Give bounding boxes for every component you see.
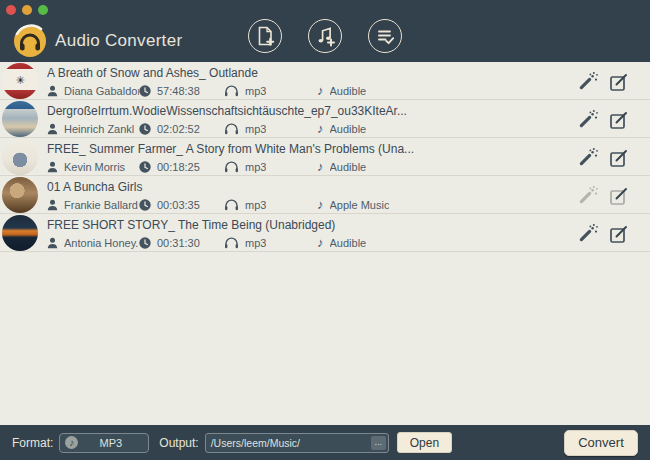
track-info: 01 A Buncha Girls Frankie Ballard 00:03:… (38, 176, 578, 213)
effects-wand-icon-disabled (578, 185, 598, 205)
music-note-plus-icon (314, 25, 336, 47)
person-icon (47, 85, 58, 97)
track-info: DergroßeIrrtum.WodieWissenschaftsichtäus… (38, 100, 578, 137)
edit-icon[interactable] (608, 185, 628, 205)
format-selector[interactable]: ♪ MP3 (59, 433, 149, 453)
clock-icon (139, 85, 151, 97)
track-duration: 00:31:30 (157, 237, 200, 249)
track-title: 01 A Buncha Girls (47, 180, 578, 194)
track-author: Kevin Morris (64, 161, 125, 173)
track-duration: 02:02:52 (157, 123, 200, 135)
person-icon (47, 237, 58, 249)
footer-bar: Format: ♪ MP3 Output: /Users/leem/Music/… (0, 425, 650, 460)
headphones-icon (224, 84, 239, 97)
edit-icon[interactable] (608, 109, 628, 129)
window-controls (6, 5, 48, 15)
track-meta: Frankie Ballard 00:03:35 mp3 ♪Apple Musi… (47, 198, 578, 211)
track-format: mp3 (245, 237, 266, 249)
format-label: Format: (12, 436, 53, 450)
row-actions (578, 62, 650, 99)
track-title: FREE_ Summer Farmer_ A Story from White … (47, 142, 578, 156)
cover-art (2, 139, 38, 175)
track-info: A Breath of Snow and Ashes_ Outlande Dia… (38, 62, 578, 99)
track-source: Audible (330, 123, 367, 135)
format-value: MP3 (78, 437, 143, 449)
row-actions (578, 214, 650, 251)
track-duration: 00:03:35 (157, 199, 200, 211)
effects-wand-icon[interactable] (578, 71, 598, 91)
header-toolbar (248, 19, 402, 53)
track-meta: Heinrich Zankl 02:02:52 mp3 ♪Audible (47, 122, 578, 135)
list-check-icon (374, 25, 396, 47)
track-meta: Antonia Honey... 00:31:30 mp3 ♪Audible (47, 236, 578, 249)
music-note-icon: ♪ (317, 238, 324, 248)
track-row[interactable]: DergroßeIrrtum.WodieWissenschaftsichtäus… (0, 100, 650, 138)
zoom-window-button[interactable] (38, 5, 48, 15)
track-row[interactable]: A Breath of Snow and Ashes_ Outlande Dia… (0, 62, 650, 100)
track-row[interactable]: 01 A Buncha Girls Frankie Ballard 00:03:… (0, 176, 650, 214)
browse-ellipsis-button[interactable]: ... (371, 436, 386, 450)
add-itunes-music-button[interactable] (308, 19, 342, 53)
track-source: Apple Music (330, 199, 390, 211)
track-list: A Breath of Snow and Ashes_ Outlande Dia… (0, 62, 650, 425)
track-author: Diana Gabaldon (64, 85, 139, 97)
music-note-icon: ♪ (317, 162, 324, 172)
track-format: mp3 (245, 161, 266, 173)
add-file-button[interactable] (248, 19, 282, 53)
headphones-icon (224, 122, 239, 135)
minimize-window-button[interactable] (22, 5, 32, 15)
edit-icon[interactable] (608, 71, 628, 91)
document-plus-icon (254, 25, 276, 47)
music-note-icon: ♪ (317, 86, 324, 96)
open-button[interactable]: Open (397, 432, 452, 453)
track-format: mp3 (245, 199, 266, 211)
headphones-icon (224, 236, 239, 249)
effects-wand-icon[interactable] (578, 147, 598, 167)
clock-icon (139, 161, 151, 173)
track-title: FREE SHORT STORY_ The Time Being (Unabri… (47, 218, 578, 232)
convert-button[interactable]: Convert (564, 430, 638, 456)
track-format: mp3 (245, 123, 266, 135)
effects-wand-icon[interactable] (578, 109, 598, 129)
cover-art (2, 101, 38, 137)
track-duration: 57:48:38 (157, 85, 200, 97)
disc-note-icon: ♪ (65, 436, 78, 449)
music-note-icon: ♪ (317, 124, 324, 134)
headphones-icon (224, 198, 239, 211)
row-actions (578, 176, 650, 213)
track-format: mp3 (245, 85, 266, 97)
clock-icon (139, 199, 151, 211)
track-meta: Diana Gabaldon 57:48:38 mp3 ♪Audible (47, 84, 578, 97)
track-source: Audible (330, 161, 367, 173)
clock-icon (139, 237, 151, 249)
cover-art (2, 215, 38, 251)
output-path-field[interactable]: /Users/leem/Music/ ... (205, 433, 389, 453)
track-title: DergroßeIrrtum.WodieWissenschaftsichtäus… (47, 104, 578, 118)
output-path-value: /Users/leem/Music/ (211, 437, 300, 449)
track-row[interactable]: FREE SHORT STORY_ The Time Being (Unabri… (0, 214, 650, 252)
close-window-button[interactable] (6, 5, 16, 15)
track-author: Frankie Ballard (64, 199, 138, 211)
edit-icon[interactable] (608, 147, 628, 167)
cover-art (2, 63, 38, 99)
track-source: Audible (330, 237, 367, 249)
music-note-icon: ♪ (317, 200, 324, 210)
edit-icon[interactable] (608, 223, 628, 243)
header-bar: Audio Converter (0, 0, 650, 62)
headphones-icon (224, 160, 239, 173)
track-duration: 00:18:25 (157, 161, 200, 173)
track-info: FREE SHORT STORY_ The Time Being (Unabri… (38, 214, 578, 251)
track-title: A Breath of Snow and Ashes_ Outlande (47, 66, 578, 80)
app-title: Audio Converter (55, 31, 182, 51)
task-list-button[interactable] (368, 19, 402, 53)
track-row[interactable]: FREE_ Summer Farmer_ A Story from White … (0, 138, 650, 176)
row-actions (578, 138, 650, 175)
person-icon (47, 123, 58, 135)
audio-converter-window: Audio Converter (0, 0, 650, 460)
effects-wand-icon[interactable] (578, 223, 598, 243)
track-author: Heinrich Zankl (64, 123, 134, 135)
person-icon (47, 199, 58, 211)
cover-art (2, 177, 38, 213)
row-actions (578, 100, 650, 137)
person-icon (47, 161, 58, 173)
